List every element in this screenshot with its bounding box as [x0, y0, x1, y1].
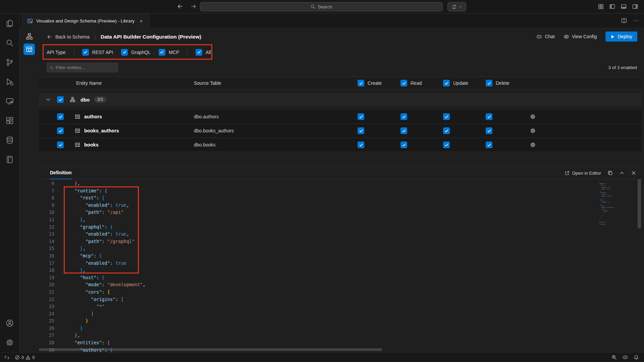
sidebar-item-remote-explorer[interactable] — [0, 92, 19, 111]
more-actions-icon[interactable] — [633, 18, 639, 23]
tab-bar: Visualize and Design Schema (Preview) - … — [19, 14, 644, 28]
entity-row-books[interactable]: booksdbo.books — [39, 138, 642, 151]
copy-icon[interactable] — [607, 170, 613, 176]
copilot-icon[interactable] — [623, 355, 628, 360]
sidebar-item-account[interactable] — [0, 313, 19, 333]
operation-checkbox[interactable] — [443, 141, 450, 148]
view-config-button[interactable]: View Config — [564, 34, 597, 40]
customize-layout-icon[interactable] — [598, 4, 604, 9]
delete-select-all-checkbox[interactable] — [486, 80, 492, 86]
chat-button[interactable]: Chat — [536, 34, 555, 40]
operation-checkbox[interactable] — [358, 127, 364, 134]
schema-group-row-dbo[interactable]: dbo 3/3 — [39, 93, 642, 106]
run-layout-dropdown-button[interactable] — [447, 2, 466, 11]
sidebar-item-sql-projects[interactable] — [0, 150, 19, 169]
back-arrow-icon[interactable] — [177, 3, 183, 9]
api-option-checkbox[interactable] — [82, 49, 89, 56]
activity-bar — [0, 14, 19, 352]
remote-indicator-button[interactable] — [4, 355, 9, 360]
row-settings-gear-icon[interactable] — [530, 142, 536, 148]
row-select-checkbox[interactable] — [57, 127, 64, 134]
run-debug-icon — [6, 78, 14, 86]
scrollbar-thumb[interactable] — [39, 348, 382, 351]
page-title: Data API Builder Configuration (Preview) — [101, 34, 201, 40]
operation-checkbox[interactable] — [358, 141, 364, 148]
enabled-summary: 3 of 3 enabled — [608, 65, 637, 70]
close-icon[interactable]: × — [138, 18, 145, 24]
chevron-up-icon[interactable] — [619, 170, 625, 176]
row-settings-gear-icon[interactable] — [530, 128, 536, 134]
bell-icon[interactable] — [634, 355, 639, 360]
schema-designer-icon — [27, 18, 33, 24]
line-number: 7 — [39, 187, 54, 195]
column-header-source-table: Source Table — [194, 80, 221, 86]
api-option-checkbox[interactable] — [159, 49, 165, 56]
operation-checkbox[interactable] — [486, 113, 492, 120]
definition-code-editor[interactable]: 6 },7 "runtime": {8 "rest": {9 "enabled"… — [39, 179, 642, 352]
row-select-checkbox[interactable] — [57, 141, 64, 148]
operation-checkbox[interactable] — [358, 113, 364, 120]
deploy-button[interactable]: Deploy — [605, 32, 637, 42]
forward-arrow-icon[interactable] — [191, 3, 197, 9]
sidebar-item-source-control[interactable] — [0, 53, 19, 72]
code-line: 25 } — [39, 317, 598, 325]
sidebar-item-database[interactable] — [0, 130, 19, 150]
operation-checkbox[interactable] — [443, 127, 450, 134]
row-settings-gear-icon[interactable] — [530, 114, 536, 120]
toggle-panel-icon[interactable] — [621, 4, 627, 9]
operation-checkbox[interactable] — [400, 141, 407, 148]
minimap[interactable]: }, "runtime": { "rest": { "enabled": tru… — [598, 181, 635, 225]
line-number: 26 — [39, 325, 54, 332]
api-option-graphql[interactable]: GraphQL — [121, 49, 151, 56]
operation-checkbox[interactable] — [486, 127, 492, 134]
sidebar-item-explorer[interactable] — [0, 14, 19, 33]
dab-config-view-button[interactable] — [23, 44, 35, 55]
update-select-all-checkbox[interactable] — [443, 80, 450, 86]
line-number: 13 — [39, 231, 54, 238]
zoom-icon[interactable] — [611, 355, 617, 360]
toggle-sidebar-icon[interactable] — [609, 4, 615, 9]
tab-visualize-design-schema[interactable]: Visualize and Design Schema (Preview) - … — [22, 14, 150, 28]
close-panel-icon[interactable] — [631, 170, 636, 176]
api-option-all[interactable]: All — [196, 49, 211, 56]
vertical-scrollbar[interactable] — [637, 179, 642, 352]
api-option-rest-api[interactable]: REST API — [82, 49, 113, 56]
read-select-all-checkbox[interactable] — [400, 80, 407, 86]
sidebar-item-settings[interactable] — [0, 333, 19, 352]
chevron-down-icon[interactable] — [45, 97, 51, 103]
sidebar-item-search[interactable] — [0, 33, 19, 53]
problems-button[interactable]: 0 0 — [15, 355, 35, 360]
scrollbar-thumb[interactable] — [638, 179, 641, 228]
filter-entities-box — [47, 63, 118, 72]
back-to-schema-button[interactable]: Back to Schema — [47, 34, 90, 40]
entity-row-books_authors[interactable]: books_authorsdbo.books_authors — [39, 124, 642, 137]
operation-checkbox[interactable] — [400, 127, 407, 134]
line-number: 17 — [39, 260, 54, 267]
schema-diagram-view-button[interactable] — [24, 32, 34, 41]
operation-checkbox[interactable] — [486, 141, 492, 148]
create-select-all-checkbox[interactable] — [358, 80, 364, 86]
operation-checkbox[interactable] — [443, 113, 450, 120]
api-option-mcp[interactable]: MCP — [159, 49, 179, 56]
toggle-secondary-sidebar-icon[interactable] — [632, 4, 638, 9]
schema-icon — [70, 97, 75, 103]
sidebar-item-run-debug[interactable] — [0, 72, 19, 92]
split-editor-icon[interactable] — [621, 18, 627, 23]
operation-checkbox[interactable] — [400, 113, 407, 120]
tab-definition[interactable]: Definition — [50, 167, 72, 179]
search-command-center[interactable]: Search — [200, 2, 443, 11]
sidebar-item-extensions[interactable] — [0, 111, 19, 130]
open-in-editor-button[interactable]: Open in Editor — [565, 171, 601, 176]
entity-row-authors[interactable]: authorsdbo.authors — [39, 110, 642, 123]
api-option-checkbox[interactable] — [121, 49, 128, 56]
view-config-label: View Config — [572, 34, 597, 39]
group-select-checkbox[interactable] — [57, 96, 64, 103]
code-line: 12 "graphql": { — [39, 224, 598, 231]
horizontal-scrollbar[interactable] — [39, 348, 598, 351]
line-number: 12 — [39, 224, 54, 231]
api-option-label: REST API — [92, 50, 113, 55]
api-option-checkbox[interactable] — [196, 49, 202, 56]
code-line: 20 "mode": "development", — [39, 281, 598, 289]
filter-entities-input[interactable] — [56, 65, 115, 70]
row-select-checkbox[interactable] — [57, 113, 64, 120]
